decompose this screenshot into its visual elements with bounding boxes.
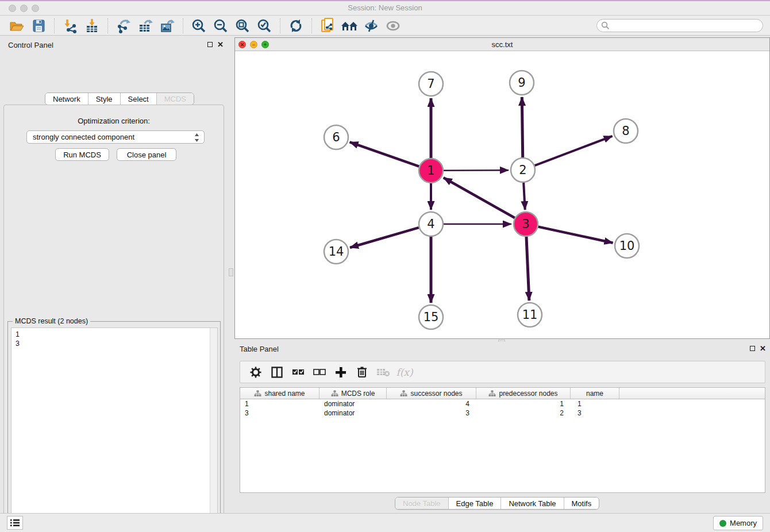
vertical-split-divider[interactable] <box>228 37 234 510</box>
table-options-button[interactable] <box>247 364 264 381</box>
cell-name: 1 <box>571 399 619 408</box>
graph-node-15[interactable]: 15 <box>419 305 443 329</box>
graph-node-label: 11 <box>522 308 538 322</box>
dropdown-arrows-icon <box>194 133 199 142</box>
table-header-row: shared name MCDS role successor nodes pr… <box>240 388 765 399</box>
status-bar: Memory <box>0 513 770 532</box>
import-network-button[interactable] <box>61 18 79 34</box>
run-mcds-button[interactable]: Run MCDS <box>55 148 109 161</box>
tab-mcds[interactable]: MCDS <box>157 93 194 105</box>
main-titlebar: Session: New Session <box>0 1 770 16</box>
tab-edge-table[interactable]: Edge Table <box>449 498 502 509</box>
network-file-button[interactable] <box>319 18 336 34</box>
tab-node-table[interactable]: Node Table <box>395 498 449 509</box>
trash-icon <box>357 366 367 378</box>
import-table-button[interactable] <box>83 18 101 34</box>
graph-edge-2-3[interactable] <box>523 183 525 210</box>
graph-edge-1-2[interactable] <box>444 170 509 171</box>
split-grip-icon[interactable] <box>229 268 233 276</box>
control-panel: Control Panel ✕ Network Style Select MCD… <box>0 37 228 508</box>
import-table-icon <box>84 18 99 33</box>
close-table-panel-icon[interactable]: ✕ <box>760 344 766 353</box>
save-icon <box>32 19 45 33</box>
tab-select[interactable]: Select <box>121 93 157 105</box>
graph-node-8[interactable]: 8 <box>614 119 638 143</box>
add-column-button[interactable] <box>332 364 349 381</box>
zoom-in-button[interactable] <box>190 18 207 34</box>
delete-column-button[interactable] <box>353 364 371 381</box>
open-session-button[interactable] <box>8 18 25 34</box>
column-header-successor-nodes[interactable]: successor nodes <box>387 388 476 399</box>
zoom-out-button[interactable] <box>212 18 229 34</box>
graph-node-7[interactable]: 7 <box>419 72 443 96</box>
graph-node-1[interactable]: 1 <box>419 159 443 183</box>
graph-edge-4-14[interactable] <box>350 228 419 248</box>
table-row[interactable]: 3 dominator 3 2 3 <box>240 408 765 418</box>
tab-motifs[interactable]: Motifs <box>564 498 599 509</box>
apply-layout-button[interactable] <box>287 18 305 34</box>
graph-edge-3-11[interactable] <box>526 237 529 300</box>
graph-node-label: 7 <box>427 77 434 91</box>
hide-show-panels-button[interactable] <box>363 18 380 34</box>
graph-edge-3-10[interactable] <box>538 227 613 243</box>
memory-label: Memory <box>730 519 757 527</box>
graph-node-9[interactable]: 9 <box>510 71 534 95</box>
graph-edge-3-1[interactable] <box>444 178 515 218</box>
columns-icon <box>271 367 283 378</box>
toolbar-separator <box>183 18 183 33</box>
graph-edge-2-9[interactable] <box>522 97 522 157</box>
houses-icon <box>341 19 358 33</box>
control-panel-tabs: Network Style Select MCDS <box>45 92 194 105</box>
graph-node-2[interactable]: 2 <box>511 158 535 182</box>
float-table-panel-icon[interactable] <box>750 346 755 351</box>
home-button[interactable] <box>341 18 358 34</box>
toolbar-separator <box>280 18 280 33</box>
column-header-mcds-role[interactable]: MCDS role <box>319 388 387 399</box>
deselect-all-rows-button[interactable] <box>311 364 328 381</box>
graph-node-4[interactable]: 4 <box>419 212 443 236</box>
table-row[interactable]: 1 dominator 4 1 1 <box>240 399 765 408</box>
table-panel: Table Panel ✕ <box>234 342 770 510</box>
control-panel-header: Control Panel ✕ <box>0 37 228 52</box>
zoom-fit-button[interactable] <box>234 18 251 34</box>
close-panel-icon[interactable]: ✕ <box>217 40 224 49</box>
graph-node-11[interactable]: 11 <box>518 303 542 327</box>
search-input[interactable] <box>596 19 763 32</box>
unchecked-boxes-icon <box>313 368 326 377</box>
mcds-result-line: 3 <box>16 339 217 348</box>
export-network-button[interactable] <box>115 18 132 34</box>
network-window-titlebar[interactable]: ✕ − + scc.txt <box>235 38 769 51</box>
column-header-shared-name[interactable]: shared name <box>240 388 319 399</box>
network-window: ✕ − + scc.txt 1234678910111415 <box>234 37 770 339</box>
export-table-button[interactable] <box>137 18 154 34</box>
tab-network-table[interactable]: Network Table <box>501 498 564 509</box>
export-image-icon <box>160 18 175 33</box>
graph-node-10[interactable]: 10 <box>615 234 639 258</box>
graph-node-6[interactable]: 6 <box>324 125 348 149</box>
float-panel-icon[interactable] <box>207 42 213 47</box>
criterion-dropdown[interactable]: strongly connected component <box>26 130 205 144</box>
network-canvas[interactable]: 1234678910111415 <box>235 51 769 338</box>
column-layout-button[interactable] <box>268 364 286 381</box>
column-header-predecessor-nodes[interactable]: predecessor nodes <box>476 388 571 399</box>
graph-node-14[interactable]: 14 <box>324 240 348 264</box>
mcds-result-list[interactable]: 1 3 <box>11 327 218 532</box>
close-panel-button[interactable]: Close panel <box>117 148 176 161</box>
graph-node-3[interactable]: 3 <box>514 212 538 236</box>
graph-node-label: 1 <box>427 164 434 178</box>
tab-network[interactable]: Network <box>45 93 88 105</box>
cell-mcds-role: dominator <box>319 399 387 408</box>
graph-edge-2-8[interactable] <box>535 136 613 165</box>
task-history-button[interactable] <box>7 516 23 530</box>
select-all-rows-button[interactable] <box>290 364 307 381</box>
save-session-button[interactable] <box>30 18 47 34</box>
graph-edge-1-6[interactable] <box>350 142 419 166</box>
cell-predecessor-nodes: 1 <box>476 399 571 408</box>
memory-button[interactable]: Memory <box>713 516 763 530</box>
column-header-name[interactable]: name <box>571 388 619 399</box>
tab-style[interactable]: Style <box>88 93 121 105</box>
cell-predecessor-nodes: 2 <box>476 408 571 418</box>
export-image-button[interactable] <box>159 18 176 34</box>
zoom-selected-button[interactable] <box>256 18 273 34</box>
result-scrollbar[interactable] <box>210 328 217 532</box>
